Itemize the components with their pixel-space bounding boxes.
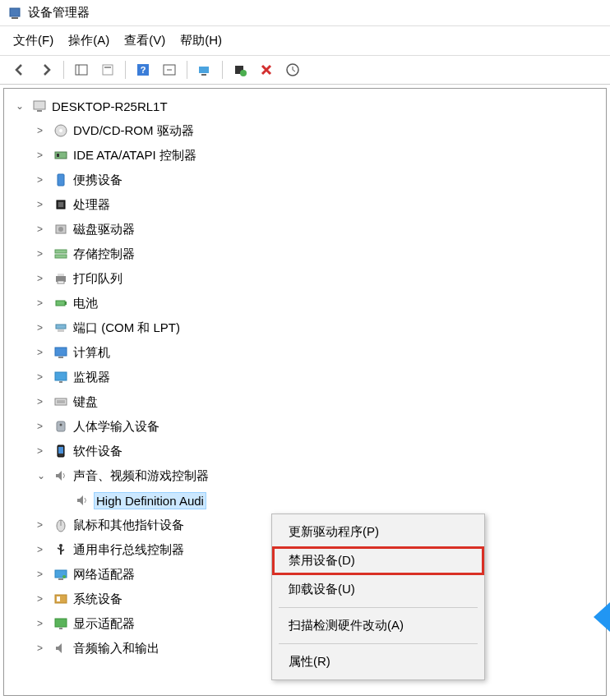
tree-category[interactable]: >电池	[4, 291, 606, 315]
svg-rect-20	[58, 174, 64, 186]
svg-rect-50	[58, 578, 63, 580]
back-button[interactable]	[8, 59, 31, 81]
category-label: 通用串行总线控制器	[73, 542, 184, 558]
tree-category[interactable]: >便携设备	[4, 168, 606, 192]
scan-hardware-button[interactable]	[193, 59, 216, 81]
tree-category[interactable]: >存储控制器	[4, 242, 606, 266]
category-label: 网络适配器	[73, 567, 135, 583]
toolbar-separator	[222, 61, 223, 79]
disc-icon	[53, 123, 68, 138]
menu-view[interactable]: 查看(V)	[124, 33, 165, 48]
tree-category[interactable]: >IDE ATA/ATAPI 控制器	[4, 143, 606, 168]
expand-icon[interactable]: >	[37, 150, 49, 161]
tree-category[interactable]: >计算机	[4, 340, 606, 365]
expand-icon[interactable]: >	[37, 322, 49, 334]
ctx-update-driver[interactable]: 更新驱动程序(P)	[272, 518, 484, 546]
expand-icon[interactable]: >	[37, 519, 49, 531]
system-icon	[53, 592, 68, 606]
expand-icon[interactable]: >	[37, 445, 49, 457]
tree-root[interactable]: ⌄ DESKTOP-R25RL1T	[4, 94, 606, 118]
properties-button[interactable]	[96, 59, 119, 81]
toolbar: ?	[0, 56, 610, 85]
expand-icon[interactable]: >	[37, 297, 49, 309]
portable-icon	[53, 173, 68, 187]
expand-icon[interactable]: >	[37, 569, 49, 580]
expand-icon[interactable]: >	[37, 371, 49, 383]
menu-file[interactable]: 文件(F)	[13, 33, 53, 48]
tree-category[interactable]: >磁盘驱动器	[4, 217, 606, 242]
category-label: 电池	[73, 296, 98, 311]
svg-rect-37	[59, 381, 62, 383]
svg-rect-0	[10, 8, 20, 16]
svg-rect-25	[55, 250, 67, 253]
ctx-uninstall-device[interactable]: 卸载设备(U)	[272, 575, 484, 604]
collapse-icon[interactable]: ⌄	[37, 470, 49, 481]
expander-icon[interactable]: ⌄	[16, 100, 27, 112]
expand-icon[interactable]: >	[37, 593, 49, 605]
expand-icon[interactable]: >	[37, 199, 49, 210]
forward-button[interactable]	[35, 59, 58, 81]
enable-button[interactable]	[229, 59, 252, 81]
svg-rect-22	[58, 202, 63, 207]
cpu-icon	[53, 197, 68, 212]
category-label: 存储控制器	[73, 246, 135, 262]
category-label: 鼠标和其他指针设备	[73, 518, 184, 533]
network-icon	[53, 567, 68, 582]
hid-icon	[53, 419, 68, 434]
expand-icon[interactable]: >	[37, 347, 49, 358]
tree-category[interactable]: >处理器	[4, 192, 606, 217]
svg-rect-31	[65, 302, 67, 305]
expand-icon[interactable]: >	[37, 273, 49, 284]
uninstall-button[interactable]	[255, 59, 278, 81]
tree-category[interactable]: >端口 (COM 和 LPT)	[4, 315, 606, 340]
tree-category[interactable]: >监视器	[4, 365, 606, 389]
category-label: 软件设备	[73, 444, 122, 459]
category-label: 显示适配器	[73, 616, 135, 632]
ctx-disable-device[interactable]: 禁用设备(D)	[272, 546, 484, 575]
ctx-scan-hardware[interactable]: 扫描检测硬件改动(A)	[272, 611, 484, 640]
ctx-properties[interactable]: 属性(R)	[272, 647, 484, 676]
expand-icon[interactable]: >	[37, 642, 49, 654]
category-label: 计算机	[73, 345, 110, 361]
sound-icon	[75, 493, 90, 508]
svg-point-17	[59, 129, 62, 132]
menu-help[interactable]: 帮助(H)	[180, 33, 222, 48]
expand-icon[interactable]: >	[37, 125, 49, 136]
action-button[interactable]	[158, 59, 181, 81]
tree-category[interactable]: >软件设备	[4, 439, 606, 463]
expand-icon[interactable]: >	[37, 248, 49, 260]
printer-icon	[53, 271, 68, 286]
svg-rect-1	[12, 17, 18, 19]
expand-icon[interactable]: >	[37, 223, 49, 235]
svg-rect-15	[37, 110, 42, 112]
category-label: 音频输入和输出	[73, 641, 159, 656]
category-label: 声音、视频和游戏控制器	[73, 468, 209, 484]
svg-point-42	[60, 424, 62, 426]
battery-icon	[53, 296, 68, 311]
tree-category[interactable]: >DVD/CD-ROM 驱动器	[4, 118, 606, 143]
toolbar-separator	[125, 61, 126, 79]
tree-category[interactable]: ⌄声音、视频和游戏控制器	[4, 463, 606, 488]
expand-icon[interactable]: >	[37, 174, 49, 186]
svg-rect-38	[55, 398, 67, 405]
update-driver-button[interactable]	[281, 59, 304, 81]
menu-action[interactable]: 操作(A)	[68, 33, 109, 48]
expand-icon[interactable]: >	[37, 396, 49, 408]
keyboard-icon	[53, 394, 68, 409]
svg-rect-33	[58, 329, 64, 332]
svg-rect-34	[55, 348, 67, 356]
tree-device[interactable]: High Definition Audi	[4, 488, 606, 513]
tree-category[interactable]: >键盘	[4, 389, 606, 414]
tree-category[interactable]: >打印队列	[4, 266, 606, 291]
sound-icon	[53, 468, 68, 483]
menubar: 文件(F) 操作(A) 查看(V) 帮助(H)	[0, 26, 610, 56]
software-icon	[53, 444, 68, 458]
expand-icon[interactable]: >	[37, 544, 49, 555]
expand-icon[interactable]: >	[37, 618, 49, 629]
expand-icon[interactable]: >	[37, 421, 49, 432]
display-icon	[53, 616, 68, 631]
show-hide-tree-button[interactable]	[70, 59, 93, 81]
help-button[interactable]: ?	[132, 59, 155, 81]
tree-category[interactable]: >人体学输入设备	[4, 414, 606, 439]
svg-rect-4	[103, 65, 113, 75]
